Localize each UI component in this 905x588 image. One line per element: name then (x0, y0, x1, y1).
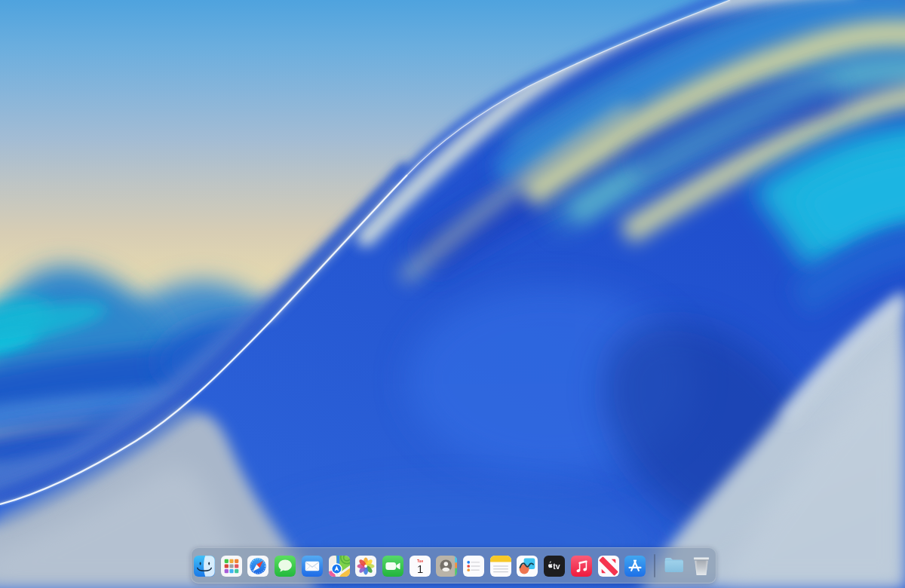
svg-text:1: 1 (416, 563, 422, 575)
svg-text:tv: tv (553, 562, 560, 571)
